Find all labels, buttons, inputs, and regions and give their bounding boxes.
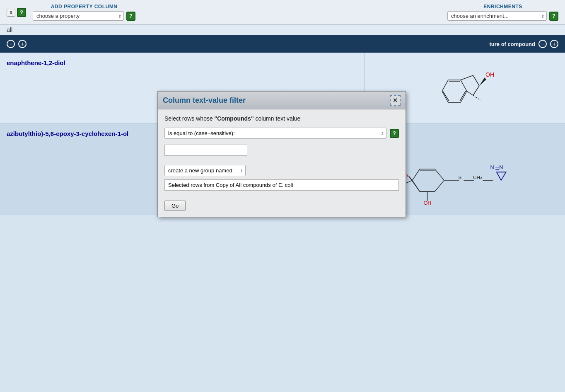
group-action-row: create a new group named: add to existin… [164,165,399,176]
left-spinner-wrapper[interactable]: ⇕ [7,8,15,17]
structure-col-title: ture of compound [490,41,536,47]
svg-text:N: N [499,165,503,170]
modal-description: Select rows whose "Compounds" column tex… [164,115,399,122]
filter-value-row [164,145,399,162]
plus-btn[interactable]: + [18,40,27,48]
structure-svg-2: O HC OH S CH₂ N N [386,128,543,211]
svg-marker-13 [479,77,486,86]
property-select[interactable]: choose a property [33,11,124,21]
svg-text:CH₂: CH₂ [473,174,482,180]
svg-text:N: N [490,165,494,170]
table-header-left: − + [7,40,371,48]
svg-line-8 [460,91,466,101]
main-area: all − + ture of compound − + enaphthene-… [0,25,565,392]
svg-text:S: S [459,174,462,180]
svg-line-6 [443,91,449,101]
svg-line-10 [473,75,479,86]
go-button[interactable]: Go [164,201,186,211]
filter-row: is equal to (case−sensitive): is not equ… [164,128,399,139]
structure-svg-1: OH [419,57,510,119]
table-header: − + ture of compound − + [0,35,565,53]
svg-line-15 [473,95,480,100]
enrichments-label: ENRICHMENTS [483,4,522,10]
left-help-btn[interactable]: ? [17,8,26,17]
compound-name-2: azibutylthio)-5,6-epoxy-3-cyclohexen-1-o… [7,130,128,137]
filter-help-btn[interactable]: ? [390,129,399,138]
property-help-btn[interactable]: ? [126,12,135,21]
svg-line-19 [435,180,444,191]
left-spinner-btn[interactable]: ⇕ [7,9,15,17]
enrichment-select-wrapper[interactable]: choose an enrichment... [447,11,547,21]
property-select-wrapper[interactable]: choose a property [33,11,124,21]
filter-select-wrapper[interactable]: is equal to (case−sensitive): is not equ… [164,128,386,139]
svg-line-9 [461,75,473,80]
modal-dialog: Column text-value filter ✕ Select rows w… [157,91,406,217]
group-name-input[interactable] [164,179,399,191]
group-name-row [164,179,399,196]
svg-line-20 [435,169,444,180]
svg-marker-35 [497,172,506,180]
left-spinner-control: ⇕ ? [7,8,26,17]
svg-line-24 [408,176,420,191]
add-property-section: ADD PROPERTY COLUMN choose a property ? [33,4,135,21]
svg-line-3 [461,80,467,91]
filter-operator-select[interactable]: is equal to (case−sensitive): is not equ… [164,128,386,139]
svg-line-0 [442,91,448,102]
group-action-select-wrapper[interactable]: create a new group named: add to existin… [164,165,246,176]
svg-line-16 [412,169,420,180]
all-label: all [7,27,12,33]
add-property-label: ADD PROPERTY COLUMN [51,4,118,10]
svg-line-11 [473,86,479,95]
compound-name-1: enaphthene-1,2-diol [7,59,65,66]
modal-desc-prefix: Select rows whose [164,115,215,122]
table-header-right: ture of compound − + [371,40,558,48]
enrichment-help-btn[interactable]: ? [549,12,558,21]
svg-line-4 [461,91,467,102]
modal-body: Select rows whose "Compounds" column tex… [158,109,406,217]
enrichment-select[interactable]: choose an enrichment... [447,11,547,21]
minus-btn[interactable]: − [7,40,15,48]
structure-plus-btn[interactable]: + [550,40,558,48]
modal-desc-column: "Compounds" [215,115,254,122]
svg-line-12 [467,91,473,95]
structure-minus-btn[interactable]: − [538,40,547,48]
modal-title-bar: Column text-value filter ✕ [158,92,406,109]
svg-line-1 [442,80,448,91]
group-action-select[interactable]: create a new group named: add to existin… [164,165,246,176]
filter-value-input[interactable] [164,145,247,156]
modal-title: Column text-value filter [163,96,246,105]
top-bar: ⇕ ? ADD PROPERTY COLUMN choose a propert… [0,0,565,25]
svg-text:OH: OH [423,200,431,206]
modal-desc-suffix: column text value [254,115,301,122]
enrichments-section: ENRICHMENTS choose an enrichment... ? [447,4,558,21]
modal-close-button[interactable]: ✕ [390,95,401,106]
all-row: all [0,25,565,35]
svg-text:OH: OH [485,71,494,78]
